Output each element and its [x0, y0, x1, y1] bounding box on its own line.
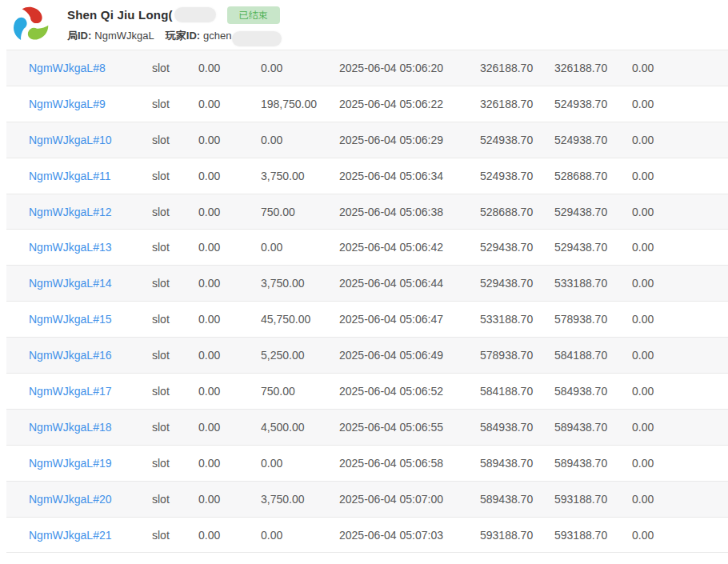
table-row: NgmWJkgaL#11 slot 0.00 3,750.00 2025-06-… [6, 158, 728, 194]
amount-cell-2: 3,750.00 [261, 493, 339, 506]
balance-before-cell: 589438.70 [480, 457, 554, 470]
game-type-cell: slot [152, 457, 198, 470]
amount-cell-2: 0.00 [261, 241, 339, 254]
timestamp-cell: 2025-06-04 05:06:29 [339, 134, 480, 146]
amount-cell-2: 198,750.00 [261, 98, 339, 110]
redacted-title-suffix [174, 7, 216, 22]
amount-cell-2: 0.00 [261, 134, 339, 146]
round-id-link[interactable]: NgmWJkgaL#20 [6, 493, 152, 506]
table-row: NgmWJkgaL#16 slot 0.00 5,250.00 2025-06-… [6, 338, 728, 374]
amount-cell-1: 0.00 [198, 349, 261, 362]
table-row: NgmWJkgaL#10 slot 0.00 0.00 2025-06-04 0… [6, 122, 728, 158]
round-id-label: 局ID: [67, 29, 91, 43]
redacted-player-id [232, 31, 282, 46]
amount-cell-2: 0.00 [261, 529, 339, 542]
amount-cell-3: 0.00 [632, 241, 728, 254]
amount-cell-3: 0.00 [632, 385, 728, 398]
amount-cell-1: 0.00 [198, 421, 261, 434]
table-row: NgmWJkgaL#14 slot 0.00 3,750.00 2025-06-… [6, 266, 728, 302]
amount-cell-1: 0.00 [198, 170, 261, 182]
game-header: Shen Qi Jiu Long( 已结束 局ID: NgmWJkgaL 玩家I… [0, 0, 728, 50]
balance-after-cell: 584188.70 [554, 349, 632, 362]
amount-cell-3: 0.00 [632, 277, 728, 290]
game-type-cell: slot [152, 313, 198, 326]
round-id-link[interactable]: NgmWJkgaL#18 [6, 421, 152, 434]
game-type-cell: slot [152, 241, 198, 254]
round-id-link[interactable]: NgmWJkgaL#8 [6, 62, 152, 74]
balance-after-cell: 529438.70 [554, 206, 632, 218]
round-id-link[interactable]: NgmWJkgaL#10 [6, 134, 152, 146]
amount-cell-1: 0.00 [198, 98, 261, 110]
game-type-cell: slot [152, 98, 198, 110]
balance-before-cell: 529438.70 [480, 277, 554, 290]
timestamp-cell: 2025-06-04 05:06:42 [339, 241, 480, 254]
round-id-link[interactable]: NgmWJkgaL#11 [6, 170, 152, 182]
balance-after-cell: 593188.70 [554, 493, 632, 506]
balance-after-cell: 528688.70 [554, 170, 632, 182]
round-id-link[interactable]: NgmWJkgaL#21 [6, 529, 152, 542]
table-row: NgmWJkgaL#9 slot 0.00 198,750.00 2025-06… [6, 86, 728, 122]
amount-cell-3: 0.00 [632, 134, 728, 146]
balance-after-cell: 589438.70 [554, 421, 632, 434]
game-type-cell: slot [152, 529, 198, 542]
balance-after-cell: 578938.70 [554, 313, 632, 326]
table-row: NgmWJkgaL#21 slot 0.00 0.00 2025-06-04 0… [6, 518, 728, 554]
amount-cell-2: 3,750.00 [261, 277, 339, 290]
balance-before-cell: 593188.70 [480, 529, 554, 542]
amount-cell-1: 0.00 [198, 313, 261, 326]
balance-after-cell: 593188.70 [554, 529, 632, 542]
round-id-link[interactable]: NgmWJkgaL#15 [6, 313, 152, 326]
timestamp-cell: 2025-06-04 05:06:38 [339, 206, 480, 218]
round-id-link[interactable]: NgmWJkgaL#14 [6, 277, 152, 290]
rounds-table: NgmWJkgaL#8 slot 0.00 0.00 2025-06-04 05… [6, 50, 728, 553]
amount-cell-1: 0.00 [198, 206, 261, 218]
game-type-cell: slot [152, 62, 198, 74]
amount-cell-3: 0.00 [632, 349, 728, 362]
amount-cell-3: 0.00 [632, 457, 728, 470]
table-row: NgmWJkgaL#13 slot 0.00 0.00 2025-06-04 0… [6, 230, 728, 266]
table-row: NgmWJkgaL#18 slot 0.00 4,500.00 2025-06-… [6, 410, 728, 446]
game-type-cell: slot [152, 134, 198, 146]
round-id-link[interactable]: NgmWJkgaL#16 [6, 349, 152, 362]
balance-after-cell: 524938.70 [554, 98, 632, 110]
header-text: Shen Qi Jiu Long( 已结束 局ID: NgmWJkgaL 玩家I… [67, 6, 282, 43]
balance-before-cell: 528688.70 [480, 206, 554, 218]
amount-cell-1: 0.00 [198, 493, 261, 506]
round-id-link[interactable]: NgmWJkgaL#9 [6, 98, 152, 110]
player-id-value: gchen [203, 30, 231, 42]
amount-cell-2: 5,250.00 [261, 349, 339, 362]
amount-cell-3: 0.00 [632, 98, 728, 110]
game-type-cell: slot [152, 170, 198, 182]
amount-cell-2: 3,750.00 [261, 170, 339, 182]
amount-cell-2: 0.00 [261, 457, 339, 470]
round-id-link[interactable]: NgmWJkgaL#19 [6, 457, 152, 470]
amount-cell-1: 0.00 [198, 134, 261, 146]
amount-cell-2: 0.00 [261, 62, 339, 74]
game-type-cell: slot [152, 421, 198, 434]
status-badge: 已结束 [227, 6, 280, 24]
round-id-link[interactable]: NgmWJkgaL#13 [6, 241, 152, 254]
balance-before-cell: 524938.70 [480, 170, 554, 182]
timestamp-cell: 2025-06-04 05:06:55 [339, 421, 480, 434]
round-id-value: NgmWJkgaL [94, 30, 154, 42]
table-row: NgmWJkgaL#8 slot 0.00 0.00 2025-06-04 05… [6, 50, 728, 86]
balance-after-cell: 524938.70 [554, 134, 632, 146]
table-row: NgmWJkgaL#12 slot 0.00 750.00 2025-06-04… [6, 194, 728, 230]
amount-cell-1: 0.00 [198, 385, 261, 398]
game-type-cell: slot [152, 493, 198, 506]
balance-after-cell: 589438.70 [554, 457, 632, 470]
amount-cell-2: 4,500.00 [261, 421, 339, 434]
game-type-cell: slot [152, 349, 198, 362]
amount-cell-3: 0.00 [632, 493, 728, 506]
amount-cell-3: 0.00 [632, 170, 728, 182]
timestamp-cell: 2025-06-04 05:06:44 [339, 277, 480, 290]
balance-before-cell: 524938.70 [480, 134, 554, 146]
timestamp-cell: 2025-06-04 05:06:52 [339, 385, 480, 398]
timestamp-cell: 2025-06-04 05:06:58 [339, 457, 480, 470]
game-type-cell: slot [152, 277, 198, 290]
table-row: NgmWJkgaL#19 slot 0.00 0.00 2025-06-04 0… [6, 446, 728, 482]
round-id-link[interactable]: NgmWJkgaL#12 [6, 206, 152, 218]
round-id-link[interactable]: NgmWJkgaL#17 [6, 385, 152, 398]
amount-cell-3: 0.00 [632, 62, 728, 74]
table-row: NgmWJkgaL#15 slot 0.00 45,750.00 2025-06… [6, 302, 728, 338]
